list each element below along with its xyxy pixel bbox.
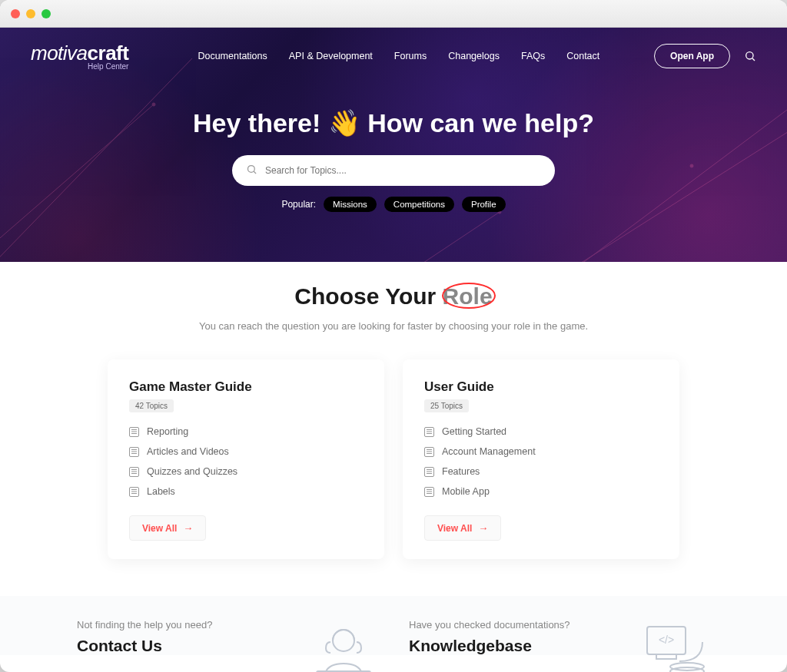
tag-missions[interactable]: Missions: [324, 197, 377, 212]
choose-role-section: Choose Your Role You can reach the quest…: [0, 262, 787, 559]
main-nav: Documentations API & Development Forums …: [198, 51, 599, 61]
role-cards: Game Master Guide 42 Topics Reporting Ar…: [108, 359, 679, 559]
topbar-actions: Open App: [654, 44, 756, 68]
search-bar[interactable]: [232, 155, 555, 186]
wave-emoji-icon: 👋: [328, 108, 360, 137]
nav-contact[interactable]: Contact: [566, 51, 599, 61]
hero-section: motivacraft Help Center Documentations A…: [0, 28, 787, 262]
list-item[interactable]: Account Management: [424, 446, 658, 457]
arrow-right-icon: →: [183, 522, 193, 534]
document-icon: [424, 467, 434, 477]
svg-point-10: [248, 165, 255, 172]
topbar: motivacraft Help Center Documentations A…: [0, 28, 787, 71]
list-item[interactable]: Labels: [129, 486, 363, 497]
search-icon[interactable]: [744, 50, 756, 62]
card-user-guide: User Guide 25 Topics Getting Started Acc…: [403, 359, 679, 559]
list-item[interactable]: Mobile App: [424, 486, 658, 497]
document-icon: [129, 427, 139, 437]
svg-line-11: [254, 171, 256, 174]
hero-center: Hey there! 👋 How can we help? Popular: M…: [0, 108, 787, 212]
svg-rect-17: [656, 654, 676, 659]
nav-api-development[interactable]: API & Development: [289, 51, 373, 61]
document-icon: [129, 487, 139, 497]
document-icon: [424, 427, 434, 437]
maximize-window-icon[interactable]: [42, 9, 51, 18]
card-title: Game Master Guide: [129, 379, 363, 395]
nav-changelogs[interactable]: Changelogs: [448, 51, 500, 61]
search-icon: [246, 164, 257, 178]
role-word: Role: [443, 283, 493, 309]
list-item[interactable]: Reporting: [129, 426, 363, 437]
close-window-icon[interactable]: [11, 9, 20, 18]
search-input[interactable]: [265, 165, 541, 176]
bottom-section: Not finding the help you need? Contact U…: [0, 596, 787, 655]
svg-point-8: [746, 52, 753, 59]
computer-books-icon: </>: [641, 619, 710, 672]
page-title: Choose Your Role: [294, 283, 492, 310]
document-icon: [129, 467, 139, 477]
document-icon: [424, 447, 434, 457]
topic-list: Reporting Articles and Videos Quizzes an…: [129, 426, 363, 497]
svg-line-4: [384, 212, 500, 262]
document-icon: [129, 447, 139, 457]
topics-badge: 25 Topics: [424, 399, 469, 412]
document-icon: [424, 487, 434, 497]
popular-label: Popular:: [281, 199, 316, 210]
page-content: motivacraft Help Center Documentations A…: [0, 28, 787, 672]
topic-list: Getting Started Account Management Featu…: [424, 426, 658, 497]
contact-us-block: Not finding the help you need? Contact U…: [77, 619, 378, 655]
list-item[interactable]: Getting Started: [424, 426, 658, 437]
list-item[interactable]: Quizzes and Quizzes: [129, 466, 363, 477]
support-agent-icon: [309, 619, 378, 672]
nav-forums[interactable]: Forums: [394, 51, 427, 61]
arrow-right-icon: →: [478, 522, 488, 534]
tag-competitions[interactable]: Competitions: [384, 197, 454, 212]
logo-subtitle: Help Center: [31, 62, 128, 71]
titlebar: [0, 0, 787, 28]
svg-text:</>: </>: [659, 634, 674, 646]
view-all-button[interactable]: View All→: [424, 515, 501, 541]
nav-faqs[interactable]: FAQs: [521, 51, 545, 61]
logo[interactable]: motivacraft Help Center: [31, 41, 128, 71]
open-app-button[interactable]: Open App: [654, 44, 730, 68]
view-all-button[interactable]: View All→: [129, 515, 206, 541]
minimize-window-icon[interactable]: [26, 9, 35, 18]
svg-line-9: [752, 58, 755, 61]
svg-point-5: [152, 103, 155, 106]
list-item[interactable]: Features: [424, 466, 658, 477]
knowledgebase-block: Have you checked documentations? Knowled…: [409, 619, 710, 655]
tag-profile[interactable]: Profile: [462, 197, 506, 212]
subtitle: You can reach the question you are looki…: [31, 320, 756, 332]
app-window: motivacraft Help Center Documentations A…: [0, 0, 787, 672]
nav-documentations[interactable]: Documentations: [198, 51, 267, 61]
card-title: User Guide: [424, 379, 658, 395]
popular-tags-row: Popular: Missions Competitions Profile: [0, 197, 787, 212]
list-item[interactable]: Articles and Videos: [129, 446, 363, 457]
topics-badge: 42 Topics: [129, 399, 174, 412]
card-game-master: Game Master Guide 42 Topics Reporting Ar…: [108, 359, 384, 559]
hero-title: Hey there! 👋 How can we help?: [0, 108, 787, 138]
